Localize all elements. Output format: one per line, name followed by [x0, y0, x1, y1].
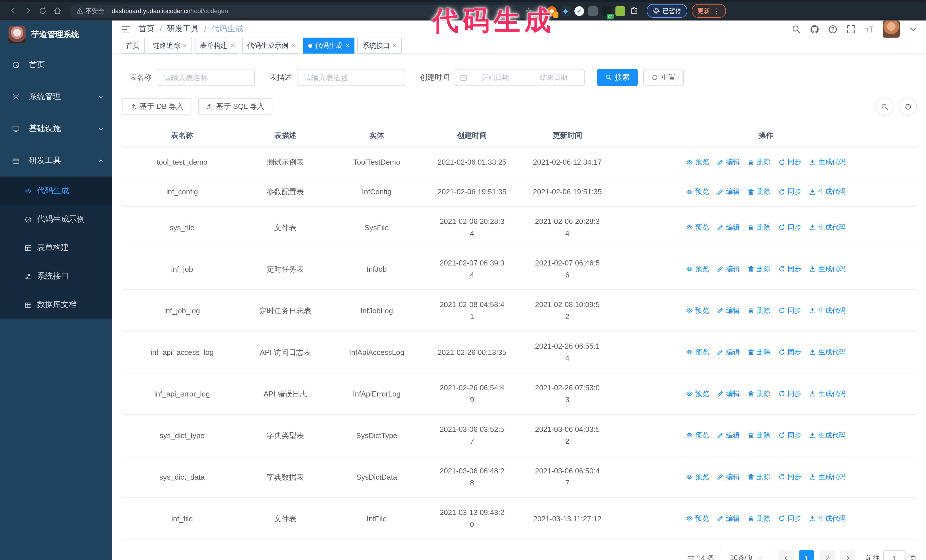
- font-size-icon[interactable]: [864, 24, 874, 34]
- preview-link[interactable]: 预览: [686, 263, 709, 275]
- help-icon[interactable]: [828, 24, 838, 34]
- sync-link[interactable]: 同步: [778, 346, 801, 358]
- delete-link[interactable]: 删除: [747, 429, 770, 441]
- sidebar-item-home[interactable]: 首页: [0, 49, 112, 81]
- sql-import-button[interactable]: 基于 SQL 导入: [198, 98, 273, 115]
- preview-link[interactable]: 预览: [686, 471, 709, 483]
- tag-tracing[interactable]: 链路追踪×: [148, 38, 192, 54]
- reset-button[interactable]: 重置: [643, 69, 684, 86]
- delete-link[interactable]: 删除: [747, 221, 770, 233]
- delete-link[interactable]: 删除: [747, 305, 770, 317]
- breadcrumb-home[interactable]: 首页: [138, 24, 154, 34]
- user-menu-caret-icon[interactable]: [908, 24, 918, 34]
- edit-link[interactable]: 编辑: [717, 156, 740, 168]
- browser-home-button[interactable]: [50, 3, 65, 18]
- sidebar-collapse-icon[interactable]: [121, 24, 130, 34]
- close-icon[interactable]: ×: [230, 42, 234, 50]
- ext-grid-icon[interactable]: [588, 6, 598, 16]
- generate-code-link[interactable]: 生成代码: [809, 156, 846, 168]
- edit-link[interactable]: 编辑: [717, 388, 740, 400]
- sidebar-item-codegen-example[interactable]: 代码生成示例: [0, 205, 112, 234]
- edit-link[interactable]: 编辑: [717, 429, 740, 441]
- prev-page-button[interactable]: [778, 550, 794, 560]
- edit-link[interactable]: 编辑: [717, 221, 740, 233]
- profile-paused-chip[interactable]: 😂 已暂停: [647, 4, 687, 18]
- toggle-search-button[interactable]: [875, 97, 894, 116]
- ext-green-figure-icon[interactable]: [616, 6, 625, 16]
- sync-link[interactable]: 同步: [778, 388, 801, 400]
- page-button-1[interactable]: 1: [799, 550, 814, 560]
- next-page-button[interactable]: [840, 550, 855, 560]
- generate-code-link[interactable]: 生成代码: [809, 512, 846, 524]
- generate-code-link[interactable]: 生成代码: [809, 471, 846, 483]
- preview-link[interactable]: 预览: [686, 156, 709, 168]
- preview-link[interactable]: 预览: [686, 186, 709, 198]
- close-icon[interactable]: ×: [291, 42, 295, 50]
- delete-link[interactable]: 删除: [747, 512, 770, 524]
- sync-link[interactable]: 同步: [778, 156, 801, 168]
- preview-link[interactable]: 预览: [686, 388, 709, 400]
- sidebar-item-codegen[interactable]: 代码生成: [0, 177, 112, 205]
- generate-code-link[interactable]: 生成代码: [809, 346, 846, 358]
- browser-forward-button[interactable]: [21, 3, 35, 18]
- sidebar-item-infra[interactable]: 基础设施: [0, 113, 112, 145]
- browser-reload-button[interactable]: [35, 3, 50, 18]
- tag-form-builder[interactable]: 表单构建×: [195, 38, 239, 54]
- generate-code-link[interactable]: 生成代码: [809, 305, 846, 317]
- ext-dark-icon[interactable]: on: [602, 6, 611, 16]
- not-secure-indicator[interactable]: 不安全: [76, 6, 104, 15]
- close-icon[interactable]: ×: [345, 42, 349, 50]
- breadcrumb-devtools[interactable]: 研发工具: [167, 24, 199, 34]
- sync-link[interactable]: 同步: [778, 186, 801, 198]
- generate-code-link[interactable]: 生成代码: [809, 388, 846, 400]
- preview-link[interactable]: 预览: [686, 221, 709, 233]
- preview-link[interactable]: 预览: [686, 512, 709, 524]
- preview-link[interactable]: 预览: [686, 429, 709, 441]
- db-import-button[interactable]: 基于 DB 导入: [122, 98, 192, 115]
- close-icon[interactable]: ×: [183, 42, 187, 50]
- ext-gem-icon[interactable]: ◆: [561, 6, 570, 16]
- delete-link[interactable]: 删除: [747, 263, 770, 275]
- search-button[interactable]: 搜索: [597, 69, 638, 86]
- edit-link[interactable]: 编辑: [717, 186, 740, 198]
- search-icon[interactable]: [791, 24, 801, 34]
- sidebar-item-devtools[interactable]: 研发工具: [0, 145, 112, 177]
- generate-code-link[interactable]: 生成代码: [809, 429, 846, 441]
- sidebar-item-system-api[interactable]: 系统接口: [0, 262, 112, 291]
- date-range-picker[interactable]: 开始日期 - 结束日期: [455, 69, 585, 86]
- chrome-update-button[interactable]: 更新 ⋮: [692, 4, 726, 18]
- close-icon[interactable]: ×: [393, 42, 396, 50]
- browser-menu-dots-icon[interactable]: ⋮: [713, 6, 720, 15]
- goto-page-input[interactable]: [883, 550, 906, 560]
- generate-code-link[interactable]: 生成代码: [809, 221, 846, 233]
- generate-code-link[interactable]: 生成代码: [809, 263, 846, 275]
- extensions-puzzle-icon[interactable]: [629, 6, 639, 16]
- tag-system-api[interactable]: 系统接口×: [357, 38, 402, 54]
- refresh-table-button[interactable]: [899, 97, 917, 116]
- edit-link[interactable]: 编辑: [717, 263, 740, 275]
- edit-link[interactable]: 编辑: [717, 305, 740, 317]
- tag-home[interactable]: 首页: [121, 38, 145, 54]
- page-size-select[interactable]: 10条/页: [720, 550, 773, 560]
- edit-link[interactable]: 编辑: [717, 471, 740, 483]
- sync-link[interactable]: 同步: [778, 263, 801, 275]
- sync-link[interactable]: 同步: [778, 221, 801, 233]
- edit-link[interactable]: 编辑: [717, 512, 740, 524]
- table-desc-input[interactable]: [297, 69, 405, 86]
- tag-codegen-active[interactable]: 代码生成×: [303, 38, 354, 54]
- sidebar-item-system[interactable]: 系统管理: [0, 81, 112, 113]
- browser-back-button[interactable]: [6, 3, 21, 18]
- page-button-2[interactable]: 2: [819, 550, 835, 560]
- delete-link[interactable]: 删除: [747, 186, 770, 198]
- table-name-input[interactable]: [157, 69, 255, 86]
- sync-link[interactable]: 同步: [778, 512, 801, 524]
- delete-link[interactable]: 删除: [747, 156, 770, 168]
- delete-link[interactable]: 删除: [747, 346, 770, 358]
- fullscreen-icon[interactable]: [846, 24, 856, 34]
- ext-check-icon[interactable]: ✓: [574, 6, 584, 16]
- tag-codegen-example[interactable]: 代码生成示例×: [242, 38, 300, 54]
- user-avatar[interactable]: [883, 21, 900, 38]
- edit-link[interactable]: 编辑: [717, 346, 740, 358]
- github-icon[interactable]: [810, 24, 819, 34]
- sync-link[interactable]: 同步: [778, 305, 801, 317]
